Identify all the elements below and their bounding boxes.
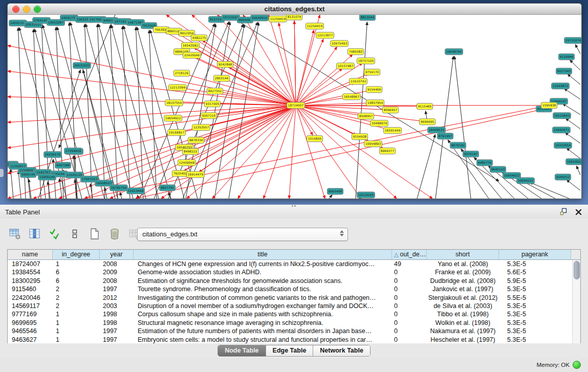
network-node[interactable]: 9115460 [417,103,432,110]
network-node[interactable]: 10643022 [566,159,581,165]
network-node[interactable]: 16543582 [182,42,200,49]
network-node[interactable]: 17359928 [64,148,82,154]
network-node[interactable]: 10107487 [337,63,355,69]
table-row[interactable]: 969969511998Structural magnetic resonanc… [8,319,572,327]
table-settings-icon[interactable] [8,227,21,240]
tab-node-table[interactable]: Node Table [218,345,266,356]
select-all-icon[interactable] [48,227,61,240]
network-node[interactable]: 1595838 [541,102,557,108]
network-node[interactable]: 7625402 [172,170,188,177]
network-node[interactable]: 15992971 [553,127,571,133]
network-node[interactable]: 9379197 [463,151,478,157]
network-node[interactable]: 8969577 [379,148,395,154]
network-node[interactable]: 9485779 [476,160,492,166]
zoom-button[interactable] [34,6,41,13]
network-node[interactable]: 1514845 [307,136,322,142]
network-node[interactable]: 8498222 [182,148,198,155]
tab-edge-table[interactable]: Edge Table [266,345,314,356]
network-node[interactable]: 12409948 [178,160,196,166]
network-node[interactable]: 18107554 [165,100,183,106]
network-node[interactable]: 8548957 [358,113,374,119]
minimize-button[interactable] [23,6,30,13]
table-row[interactable]: 1938455462009Genome-wide association stu… [8,268,572,276]
column-header-out_degree[interactable]: △out_de… [392,250,427,259]
network-node[interactable]: 14857954 [366,100,384,106]
network-node[interactable]: 9267110 [201,113,216,119]
network-node[interactable]: 8791957 [437,133,453,139]
network-node[interactable]: 16782759 [110,185,128,191]
scrollbar-thumb[interactable] [574,261,580,279]
network-node[interactable]: 12353557 [192,124,210,130]
network-node[interactable]: 9754170 [364,69,380,75]
column-header-name[interactable]: name [8,250,53,259]
network-node[interactable]: 16548967 [343,94,361,100]
network-view-window[interactable]: citations_edges.txt 14055724205310312769… [7,3,582,199]
delete-table-icon[interactable] [108,227,121,240]
row-height-icon[interactable] [68,227,81,240]
network-node[interactable]: 16640910 [251,15,269,21]
panel-collapse-handle[interactable] [0,169,4,177]
network-node[interactable]: 9227343 [556,68,572,74]
network-node[interactable]: 9857791 [159,185,175,191]
network-node[interactable]: 9154938 [352,134,367,140]
network-node[interactable]: 12093872 [552,83,570,89]
network-node[interactable]: 16914479 [187,171,205,178]
network-node[interactable]: 12213399 [169,84,187,91]
network-node[interactable]: 8096957 [382,107,398,113]
network-node[interactable]: 8427552 [207,88,223,94]
network-node[interactable]: 16409531 [428,127,446,133]
network-node[interactable]: 11905145 [38,174,56,180]
network-node[interactable]: 5905145 [20,171,36,178]
table-row[interactable]: 2242004622012Investigating the contribut… [8,294,572,302]
network-node[interactable]: 9093408 [327,188,343,194]
table-row[interactable]: 1872400712008Changes of HCN gene express… [8,260,572,268]
column-header-pagerank[interactable]: pagerank [499,250,571,259]
network-node[interactable]: 12213977 [316,32,334,38]
network-node[interactable]: 11254419 [269,16,287,22]
network-node[interactable]: 18724007 [287,102,305,108]
network-node[interactable]: 8813044 [359,15,375,20]
network-table-select[interactable]: citations_edges.txt [137,228,348,241]
column-header-year[interactable]: year [100,250,134,259]
network-node[interactable]: 9699695 [419,119,435,125]
network-node[interactable]: 10694221 [517,178,535,184]
network-node[interactable]: 19654922 [164,115,182,121]
network-node[interactable]: 16591449 [384,127,402,134]
float-panel-icon[interactable] [560,208,568,217]
network-node[interactable]: 9242848 [217,61,233,68]
network-node[interactable]: 11610742 [350,78,367,84]
network-node[interactable]: 9154469 [366,86,382,93]
network-graph[interactable]: 1405572420531031276914061055328724091731… [8,15,581,199]
network-node[interactable]: 16648794 [445,49,463,55]
table-scrollbar[interactable] [572,260,580,343]
column-header-title[interactable]: title [134,250,392,259]
network-node[interactable]: 9129946 [558,54,574,60]
network-node[interactable]: 12254419 [306,23,324,29]
network-node[interactable]: 8878334 [188,137,204,143]
network-node[interactable]: 8131074 [286,15,302,20]
table-row[interactable]: 946362711997Embryonic stem cells: a mode… [8,336,572,344]
network-node[interactable]: 9097588 [55,162,71,168]
table-row[interactable]: 946554611997Estimation of the future num… [8,327,572,335]
network-node[interactable]: 8679192 [450,142,466,148]
network-node[interactable]: 20206576 [44,151,62,158]
column-header-short[interactable]: short [427,250,499,259]
network-node[interactable]: 20531033 [73,62,91,69]
network-node[interactable]: 19166827 [168,129,186,136]
network-canvas[interactable]: 1405572420531031276914061055328724091731… [8,15,581,199]
network-node[interactable]: 18757105 [357,58,375,64]
network-node[interactable]: 10954893 [364,141,382,147]
network-node[interactable]: 9382275 [191,35,207,41]
table-row[interactable]: 977716911998Corpus callosum shape and si… [8,310,572,318]
split-divider-handle[interactable] [292,205,298,208]
show-columns-icon[interactable] [28,227,41,240]
column-header-in_degree[interactable]: in_degree [53,250,100,259]
new-table-icon[interactable] [88,227,101,240]
network-node[interactable]: 9245012 [555,174,571,180]
close-panel-icon[interactable] [575,208,582,217]
network-node[interactable]: 9317005 [204,101,220,107]
table-row[interactable]: 1456911722003Disruption of a novel membe… [8,302,572,310]
memory-status-indicator[interactable] [573,361,581,369]
tab-network-table[interactable]: Network Table [313,345,370,356]
network-node[interactable]: 2718126 [173,70,189,76]
